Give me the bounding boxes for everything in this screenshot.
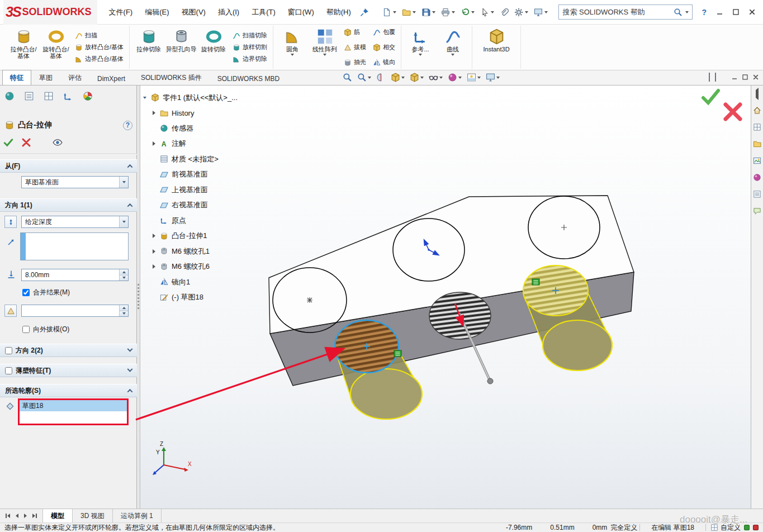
search-input[interactable]: 搜索 SOLIDWORKS 帮助 — [562, 7, 671, 17]
appearances-tab[interactable] — [753, 173, 761, 182]
extruded-boss-button[interactable]: 拉伸凸台/基体 — [7, 26, 40, 69]
mirror-button[interactable]: 镜向 — [372, 58, 396, 67]
swept-boss-button[interactable]: 扫描 — [74, 31, 125, 40]
help-button[interactable]: ? — [697, 7, 711, 18]
revolved-boss-button[interactable]: 旋转凸台/基体 — [40, 26, 72, 69]
hole-wizard-button[interactable]: 异型孔向导 — [165, 26, 197, 69]
boundary-boss-button[interactable]: 边界凸台/基体 — [74, 54, 125, 64]
panel-tab-1[interactable] — [4, 91, 15, 101]
confirm-check-icon[interactable] — [703, 91, 718, 103]
dropdown-caret[interactable] — [420, 77, 424, 79]
menu-file[interactable]: 文件(F) — [103, 1, 139, 24]
dropdown-caret[interactable] — [323, 54, 326, 56]
tree-item-annotations[interactable]: 注解 — [142, 136, 282, 152]
zoom-fit-button[interactable] — [342, 72, 353, 83]
from-plane-dropdown[interactable]: 草图基准面 — [21, 176, 129, 188]
dropdown-caret[interactable] — [291, 54, 294, 56]
cancel-button[interactable] — [21, 137, 31, 148]
rib-button[interactable]: 筋 — [343, 27, 367, 37]
search-caret[interactable] — [685, 11, 689, 13]
minimize-button[interactable] — [712, 6, 727, 18]
dropdown-caret[interactable] — [368, 77, 371, 79]
dropdown-arrow[interactable] — [119, 216, 128, 227]
depth-spinner[interactable]: 8.00mm — [21, 269, 129, 281]
dropdown-caret[interactable] — [471, 11, 475, 13]
view-palette-tab[interactable] — [753, 156, 761, 165]
linear-pattern-button[interactable]: 线性阵列 — [309, 26, 341, 69]
spin-down-button[interactable] — [120, 311, 128, 317]
tree-item-origin[interactable]: 原点 — [142, 213, 282, 229]
menu-help[interactable]: 帮助(H) — [320, 1, 357, 24]
open-button[interactable] — [400, 6, 418, 19]
revolved-cut-button[interactable]: 旋转切除 — [197, 26, 230, 69]
pane-right-toggle[interactable] — [715, 73, 716, 81]
model-tab[interactable]: 模型 — [43, 509, 73, 522]
panel-tab-2[interactable] — [24, 91, 34, 101]
spin-up-button[interactable] — [120, 305, 128, 311]
prev-tab-button[interactable] — [15, 512, 20, 519]
spin-up-button[interactable] — [120, 269, 128, 275]
dropdown-caret[interactable] — [458, 77, 462, 79]
feature-help-button[interactable]: ? — [123, 121, 132, 130]
dropdown-caret[interactable] — [439, 77, 443, 79]
menu-edit[interactable]: 编辑(E) — [139, 1, 175, 24]
tree-item-m6-hole6[interactable]: M6 螺纹孔6 — [142, 259, 282, 275]
direction-selection-box[interactable] — [20, 232, 129, 260]
doc-close-button[interactable] — [753, 74, 759, 80]
attachment-button[interactable] — [497, 6, 511, 19]
tree-item-mirror1[interactable]: 镜向1 — [142, 274, 282, 290]
swept-cut-button[interactable]: 扫描切除 — [231, 31, 268, 40]
first-tab-button[interactable] — [4, 512, 11, 519]
menu-insert[interactable]: 插入(I) — [212, 1, 245, 24]
draft-angle-spinner[interactable] — [21, 305, 129, 317]
view-settings-button[interactable] — [485, 72, 500, 83]
doc-minimize-button[interactable] — [732, 74, 737, 80]
file-explorer-tab[interactable] — [753, 140, 761, 148]
splitter-grip[interactable] — [138, 284, 139, 310]
spin-down-button[interactable] — [120, 275, 128, 281]
dropdown-caret[interactable] — [452, 11, 455, 13]
draft-button[interactable]: 拔模 — [343, 42, 367, 52]
menu-window[interactable]: 窗口(W) — [282, 1, 320, 24]
curves-button[interactable]: 曲线 — [437, 26, 469, 69]
dropdown-caret[interactable] — [496, 77, 500, 79]
direction2-section-header[interactable]: 方向 2(2) — [0, 344, 137, 357]
menu-view[interactable]: 视图(V) — [176, 1, 212, 24]
thin-feature-section-header[interactable]: 薄壁特征(T) — [0, 364, 137, 377]
from-section-header[interactable]: 从(F) — [0, 159, 137, 173]
tab-features[interactable]: 特征 — [2, 70, 31, 85]
reference-geometry-button[interactable]: 参考... — [404, 26, 437, 69]
boundary-cut-button[interactable]: 边界切除 — [231, 54, 268, 64]
graphics-area[interactable]: Z Y X 零件1 (默认<<默认>_... History 传感器 注解 材质… — [138, 86, 751, 509]
dropdown-caret[interactable] — [401, 77, 405, 79]
confirm-cancel-icon[interactable] — [726, 104, 740, 119]
direction2-checkbox[interactable] — [5, 347, 12, 354]
search-box[interactable]: 搜索 SOLIDWORKS 帮助 — [558, 4, 693, 20]
design-library-tab[interactable] — [753, 123, 761, 131]
dropdown-caret[interactable] — [451, 54, 454, 56]
tree-item-material[interactable]: 材质 <未指定> — [142, 151, 282, 167]
select-button[interactable] — [478, 6, 496, 19]
dropdown-arrow[interactable] — [119, 177, 128, 188]
tree-item-top-plane[interactable]: 上视基准面 — [142, 182, 282, 198]
selected-contours-box[interactable]: 草图18 — [18, 398, 129, 425]
dropdown-caret[interactable] — [419, 54, 422, 56]
dropdown-caret[interactable] — [432, 11, 435, 13]
panel-tab-4[interactable] — [63, 91, 73, 101]
direction1-section-header[interactable]: 方向 1(1) — [0, 198, 137, 212]
tree-item-right-plane[interactable]: 右视基准面 — [142, 198, 282, 213]
display-style-button[interactable] — [409, 72, 424, 83]
print-button[interactable] — [439, 6, 457, 19]
motion-study-tab[interactable]: 运动算例 1 — [113, 509, 162, 522]
chevron-up-icon[interactable] — [127, 164, 133, 169]
expand-arrow-icon[interactable] — [142, 97, 148, 99]
hide-show-items-button[interactable] — [428, 72, 443, 83]
dropdown-caret[interactable] — [544, 11, 548, 13]
instant3d-button[interactable]: Instant3D — [475, 26, 518, 69]
tab-solidworks-mbd[interactable]: SOLIDWORKS MBD — [210, 72, 287, 85]
undo-button[interactable] — [458, 6, 477, 19]
tree-item-front-plane[interactable]: 前视基准面 — [142, 167, 282, 183]
tab-evaluate[interactable]: 评估 — [60, 70, 89, 85]
dropdown-caret[interactable] — [525, 11, 528, 13]
ok-button[interactable] — [3, 137, 13, 148]
